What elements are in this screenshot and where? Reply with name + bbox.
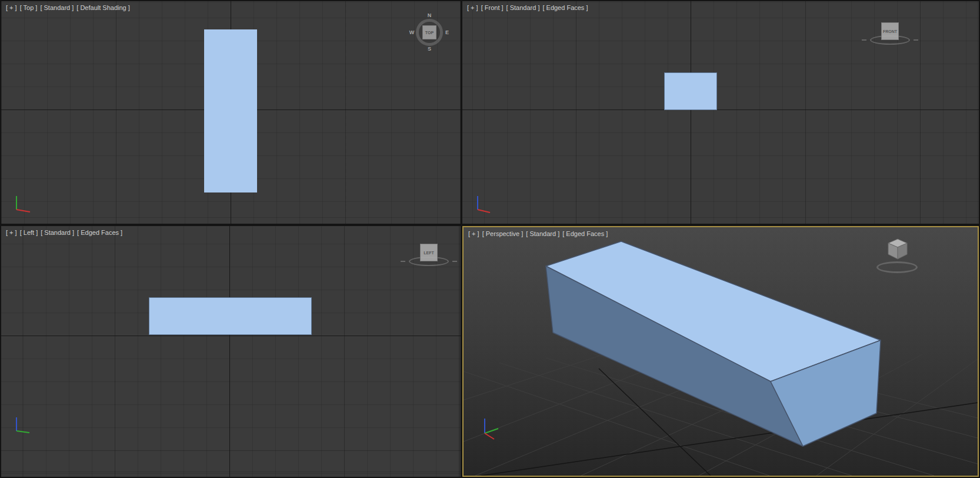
box-object-front-view[interactable] (664, 72, 717, 110)
viewport-shading-menu[interactable]: [ Edged Faces ] (562, 230, 608, 237)
viewport-standard-menu[interactable]: [ Standard ] (41, 229, 74, 236)
viewport-left[interactable]: [ + ] [ Left ] [ Standard ] [ Edged Face… (1, 226, 461, 477)
viewport-front[interactable]: [ + ] [ Front ] [ Standard ] [ Edged Fac… (462, 1, 979, 224)
viewport-view-menu[interactable]: [ Top ] (20, 4, 38, 11)
grid-origin-z-line (691, 1, 691, 224)
viewcube-left-tick-icon[interactable] (401, 261, 405, 262)
viewport-shading-menu[interactable]: [ Edged Faces ] (77, 229, 122, 236)
compass-west-label[interactable]: W (409, 29, 415, 35)
viewcube-left-face[interactable]: LEFT (420, 244, 438, 261)
viewport-plus-menu[interactable]: [ + ] (6, 4, 17, 11)
viewport-top[interactable]: [ + ] [ Top ] [ Standard ] [ Default Sha… (1, 1, 461, 224)
axis-tripod-icon (11, 192, 36, 218)
viewport-plus-menu[interactable]: [ + ] (468, 230, 479, 237)
viewcube-right-tick-icon[interactable] (452, 261, 457, 262)
compass-top-face[interactable]: TOP (422, 25, 436, 39)
viewport-view-menu[interactable]: [ Left ] (20, 229, 38, 236)
viewcube-compass-icon[interactable]: TOP N S W E (411, 14, 448, 51)
box-object-left-view[interactable] (149, 297, 312, 335)
viewport-standard-menu[interactable]: [ Standard ] (526, 230, 559, 237)
viewport-standard-menu[interactable]: [ Standard ] (40, 4, 74, 11)
viewcube-front-face[interactable]: FRONT (881, 22, 899, 40)
viewport-plus-menu[interactable]: [ + ] (6, 229, 17, 236)
viewport-perspective[interactable]: [ + ] [ Perspective ] [ Standard ] [ Edg… (462, 226, 979, 477)
grid-origin-z-line (229, 226, 230, 477)
viewcube-right-tick-icon[interactable] (914, 39, 918, 41)
grid-origin-x-line (462, 109, 979, 110)
axis-tripod-icon (11, 413, 36, 439)
viewport-menu-bar: [ + ] [ Left ] [ Standard ] [ Edged Face… (6, 229, 122, 236)
axis-tripod-icon (472, 192, 498, 218)
viewport-standard-menu[interactable]: [ Standard ] (506, 4, 540, 11)
viewport-grid: [ + ] [ Top ] [ Standard ] [ Default Sha… (0, 0, 980, 478)
compass-north-label[interactable]: N (426, 12, 432, 18)
compass-east-label[interactable]: E (444, 29, 450, 35)
viewport-shading-menu[interactable]: [ Edged Faces ] (542, 4, 588, 11)
viewcube-3d-icon[interactable] (875, 237, 920, 279)
grid-origin-y-line (1, 336, 461, 336)
compass-south-label[interactable]: S (426, 46, 432, 52)
viewcube-cube-icon[interactable] (884, 237, 911, 264)
box-object-top-view[interactable] (204, 29, 257, 192)
viewport-menu-bar: [ + ] [ Top ] [ Standard ] [ Default Sha… (6, 4, 130, 11)
viewcube-icon[interactable]: FRONT (868, 22, 912, 55)
viewport-view-menu[interactable]: [ Front ] (481, 4, 504, 11)
viewport-menu-bar: [ + ] [ Perspective ] [ Standard ] [ Edg… (468, 230, 608, 237)
axis-tripod-icon (478, 414, 506, 443)
viewcube-left-tick-icon[interactable] (862, 39, 866, 41)
viewcube-icon[interactable]: LEFT (407, 244, 451, 277)
viewport-view-menu[interactable]: [ Perspective ] (482, 230, 524, 237)
viewport-plus-menu[interactable]: [ + ] (467, 4, 478, 11)
viewport-shading-menu[interactable]: [ Default Shading ] (76, 4, 130, 11)
viewport-menu-bar: [ + ] [ Front ] [ Standard ] [ Edged Fac… (467, 4, 588, 11)
box-object-perspective[interactable] (546, 241, 881, 446)
